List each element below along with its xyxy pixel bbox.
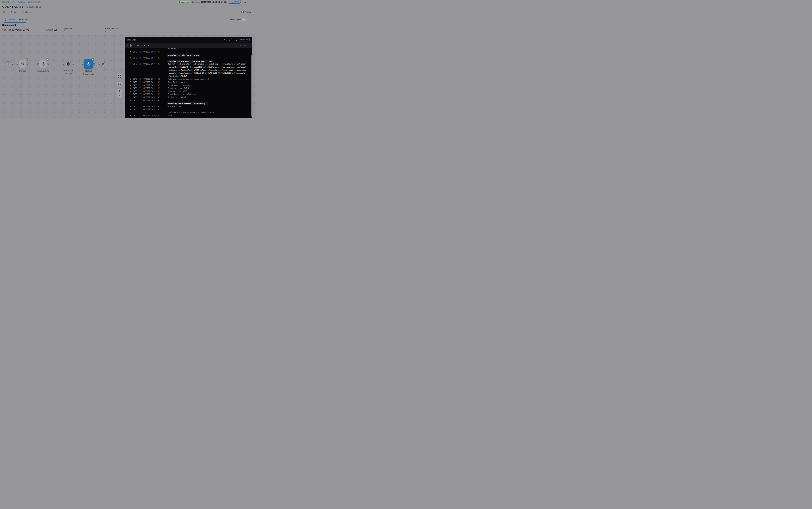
scroll-down-icon[interactable] [239,44,241,46]
check-circle-icon [179,1,180,3]
console-view-toggle-group: Console View [229,19,246,21]
scroll-up-icon[interactable] [235,44,237,46]
link-endpoint [47,63,49,65]
status-label: SUCCESS [181,1,189,3]
user-name: Admin [245,11,251,13]
log-line: -out/darwin-fastbuild/bin/260-delegate/e… [125,69,252,71]
log-line: 10INFO15/09/2022 16:09:42Helm version: V… [125,90,252,93]
log-line: 7INFO15/09/2022 16:09:42Base Path: chart… [125,81,252,83]
step-name: Fetch Files [137,44,150,47]
service-name[interactable]: s2 [14,11,16,13]
start-time-label: Start time [191,1,200,3]
tab-inputs[interactable]: Inputs [19,19,28,21]
traffic-green-icon [68,64,69,66]
graph-link [47,64,65,64]
console-view-toggle[interactable] [242,19,246,21]
start-node [6,61,11,66]
log-line: Following were fetched successfully : [125,102,252,105]
node-label-infrastructure: Infrastructure [35,70,51,73]
canvas-select-button[interactable] [117,81,122,86]
service-link[interactable]: s2 [63,30,65,32]
zoom-out-button[interactable] [117,93,122,98]
environment-link[interactable]: e1 [105,30,107,32]
tab-pipeline-label: Pipeline [8,19,15,21]
environment-icon [22,11,24,13]
step-duration: 9s [244,44,246,46]
link-endpoint [73,63,74,65]
chevron-right-icon: › [26,1,27,3]
link-endpoint [82,63,83,65]
gear-icon: ⚙ [21,62,25,66]
open-in-new-icon[interactable] [235,38,237,41]
service-gear-icon: ⚙ [10,11,13,13]
active-tab-indicator [4,22,26,23]
log-line: 5INFO15/09/2022 16:09:35Did not find the… [125,63,252,65]
console-view-button[interactable]: Console View [238,38,250,41]
log-line: 6INFO15/09/2022 16:09:42Helm repository:… [125,78,252,80]
link-endpoint [93,63,95,65]
node-resource-constraint[interactable] [67,62,70,66]
link-endpoint [12,63,13,65]
stop-icon [102,63,104,65]
log-line: Fetching helm values completed successfu… [125,111,252,114]
stage-name: DeployLocal [2,24,16,26]
breadcrumb: ∞ CFDs_Test › Pipelines › CDS-41722-S3 › [2,0,42,3]
inputs-icon [19,19,21,21]
pipeline-icon [4,19,6,21]
duration-indicator: 59s [221,1,227,3]
tab-inputs-label: Inputs [22,19,28,21]
log-line: 12INFO15/09/2022 16:09:42Region: us-east… [125,96,252,99]
success-badge-icon [46,58,48,61]
search-icon[interactable] [224,38,227,41]
success-badge-icon [92,58,94,61]
log-line: 3INFO15/09/2022 16:09:35 [125,51,252,53]
breadcrumb-pipeline-name[interactable]: CDS-41722-S3 [28,1,40,3]
expand-icon[interactable] [229,38,232,41]
breadcrumb-project[interactable]: CFDs_Test [6,1,15,3]
log-line: 15INFO15/09/2022 16:09:42 [125,108,252,111]
log-scrollbar[interactable] [251,55,252,117]
end-node [101,62,105,66]
log-body[interactable]: in getFiles )3INFO15/09/2022 16:09:35Sta… [125,48,252,118]
breadcrumb-pipelines[interactable]: Pipelines [17,1,25,3]
pipeline-execution-page: ∞ CFDs_Test › Pipelines › CDS-41722-S3 ›… [0,0,255,118]
step-controls: 9s [235,44,246,46]
toggle-knob [242,19,244,21]
step-row-fetch-files[interactable]: Fetch Files 9s [125,42,252,48]
link-endpoint [37,63,39,65]
node-label-rollout-deployment: Rollout Deployment [81,70,96,76]
log-line: Starting fetching Helm values [125,54,252,57]
start-time-value: 15/09/2022 16:09:26 [201,1,220,3]
traffic-red-icon [68,63,69,64]
execution-meta: ∞ ⚙ s2 e2, e1 [3,10,31,13]
node-service[interactable]: ⚙ [19,60,27,68]
step-success-icon [130,44,132,47]
node-label-service: Service [15,70,30,73]
tab-pipeline[interactable]: Pipeline [4,19,15,21]
log-line: 9INFO15/09/2022 16:09:42Chart version: 0… [125,87,252,90]
chevron-down-icon[interactable] [127,44,129,47]
link-endpoint [63,63,65,65]
log-line: t/test-chart/0.1.0 [125,75,252,77]
chevron-right-icon: › [41,1,42,3]
view-button-label: View [234,1,238,3]
user-menu[interactable]: Admin [241,10,251,13]
clock-icon [221,1,223,3]
status-badge: SUCCESS [178,1,189,3]
avatar [241,10,244,13]
plus-icon [118,90,121,92]
services-label: Service(s) [63,27,72,29]
log-line: 11INFO15/09/2022 16:09:42Chart bucket: a… [125,93,252,96]
zoom-in-button[interactable] [117,89,122,93]
environment-names[interactable]: e2, e1 [25,11,31,13]
canvas-zoom-controls [117,89,122,98]
fullscreen-icon [118,75,121,78]
node-infrastructure[interactable] [39,60,47,68]
view-button[interactable]: View [229,0,241,4]
minus-icon [118,94,121,97]
more-options-icon[interactable] [248,1,250,4]
log-line: _achyuth/d605e19b46448ceaacb01fb4c19633a… [125,66,252,68]
refresh-icon[interactable] [244,0,246,3]
canvas-fullscreen-button[interactable] [117,74,122,79]
chevron-right-icon: › [16,1,16,3]
